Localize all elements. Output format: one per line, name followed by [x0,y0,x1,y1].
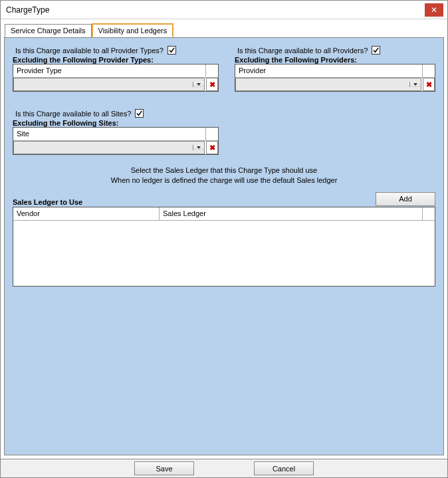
provider-type-delete-button[interactable]: ✖ [206,78,218,91]
sites-question: Is this Charge available to all Sites? [15,110,131,118]
sites-column-header[interactable]: Site [13,128,206,140]
ledger-grid: Vendor Sales Ledger [13,207,435,287]
ledger-help-line1: Select the Sales Ledger that this Charge… [13,166,435,176]
sites-exclude-label: Excluding the Following Sites: [13,119,219,127]
left-column: Is this Charge available to all Provider… [13,46,219,155]
providers-grid: Provider ✖ [235,64,435,92]
visibility-panel: Is this Charge available to all Provider… [4,37,444,455]
sites-checkbox[interactable] [135,109,144,118]
right-column: Is this Charge available to all Provider… [235,46,435,155]
checkmark-icon [168,47,175,54]
provider-types-action-column [206,64,218,77]
close-icon: ✕ [431,5,437,15]
sites-action-column [206,128,218,140]
ledger-help-line2: When no ledger is defined the charge wil… [13,176,435,185]
window-title: ChargeType [6,5,49,15]
provider-types-grid: Provider Type ✖ [13,64,219,92]
tab-strip: Service Charge Details Visibility and Le… [1,19,447,37]
site-combo-dropdown-button[interactable] [193,145,204,150]
ledger-col-spacer [423,207,435,220]
checkmark-icon [372,47,380,54]
delete-icon: ✖ [209,144,215,152]
ledger-col-vendor[interactable]: Vendor [13,207,160,220]
sites-grid: Site ✖ [13,127,219,155]
add-ledger-button[interactable]: Add [376,192,435,206]
site-combo[interactable] [13,141,205,154]
provider-types-checkbox[interactable] [168,46,176,55]
provider-delete-button[interactable]: ✖ [423,78,435,91]
ledger-col-sales[interactable]: Sales Ledger [160,207,423,220]
providers-checkbox[interactable] [372,46,380,55]
site-delete-button[interactable]: ✖ [206,141,218,154]
tab-service-charge-details[interactable]: Service Charge Details [5,24,92,38]
providers-action-column [423,64,435,77]
cancel-button[interactable]: Cancel [254,461,314,475]
sites-section: Is this Charge available to all Sites? E… [13,109,219,155]
provider-types-section: Is this Charge available to all Provider… [13,46,219,92]
provider-types-exclude-label: Excluding the Following Provider Types: [13,56,219,64]
charge-type-window: ChargeType ✕ Service Charge Details Visi… [0,0,448,478]
provider-type-combo-dropdown-button[interactable] [193,82,204,87]
ledger-area: Select the Sales Ledger that this Charge… [13,166,435,448]
upper-area: Is this Charge available to all Provider… [13,46,435,155]
provider-combo-dropdown-button[interactable] [409,82,421,87]
tab-visibility-and-ledgers[interactable]: Visibility and Ledgers [92,23,174,37]
ledger-title: Sales Ledger to Use [13,198,82,206]
save-button[interactable]: Save [134,461,194,475]
provider-types-column-header[interactable]: Provider Type [13,64,206,77]
footer-bar: Save Cancel [1,459,447,477]
chevron-down-icon [196,145,201,150]
ledger-help-text: Select the Sales Ledger that this Charge… [13,166,435,185]
chevron-down-icon [196,82,201,87]
providers-column-header[interactable]: Provider [235,64,423,77]
provider-combo[interactable] [235,78,421,91]
providers-question: Is this Charge available to all Provider… [237,47,368,55]
chevron-down-icon [413,82,418,87]
ledger-grid-body[interactable] [13,221,435,286]
providers-exclude-label: Excluding the Following Providers: [235,56,435,64]
delete-icon: ✖ [426,80,432,89]
close-button[interactable]: ✕ [425,3,443,17]
provider-types-question: Is this Charge available to all Provider… [15,47,164,55]
delete-icon: ✖ [209,80,215,89]
checkmark-icon [136,110,143,117]
titlebar: ChargeType ✕ [1,1,447,19]
provider-type-combo[interactable] [13,78,205,91]
providers-section: Is this Charge available to all Provider… [235,46,435,92]
